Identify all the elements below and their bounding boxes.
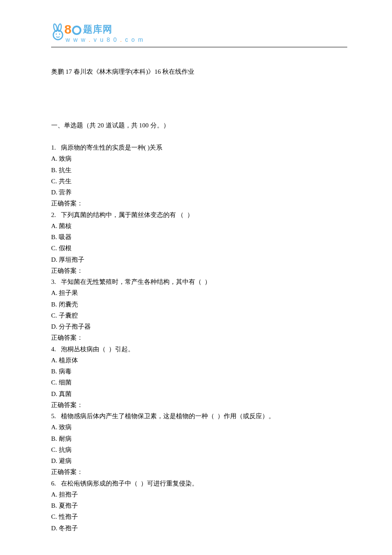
question-option: A. 致病 — [51, 422, 347, 433]
question-option: A. 植原体 — [51, 355, 347, 366]
question-option: C. 共生 — [51, 176, 347, 187]
question-option: A. 担子果 — [51, 287, 347, 298]
logo-letter-o-icon — [72, 26, 81, 35]
document-body: 奥鹏 17 春川农《林木病理学(本科)》16 秋在线作业 一、单选题（共 20 … — [51, 66, 347, 534]
logo-url: w w w . v u 8 0 . c o m — [66, 35, 144, 45]
question-option: D. 分子孢子器 — [51, 321, 347, 332]
question-option: C. 子囊腔 — [51, 310, 347, 321]
answer-label: 正确答案： — [51, 399, 347, 410]
question-block: 6. 在松疱锈病形成的孢子中（ ）可进行重复侵染。A. 担孢子B. 夏孢子C. … — [51, 478, 347, 534]
question-option: A. 致病 — [51, 153, 347, 164]
logo-digit-8: 8 — [64, 23, 72, 36]
question-option: B. 病毒 — [51, 366, 347, 377]
question-option: D. 真菌 — [51, 388, 347, 399]
question-option: C. 细菌 — [51, 377, 347, 388]
question-block: 1. 病原物的寄生性的实质是一种( )关系A. 致病B. 抗生C. 共生D. 营… — [51, 142, 347, 209]
question-stem: 2. 下列真菌的结构中，属于菌丝体变态的有 （ ） — [51, 209, 347, 220]
question-stem: 1. 病原物的寄生性的实质是一种( )关系 — [51, 142, 347, 153]
question-option: D. 厚垣孢子 — [51, 254, 347, 265]
question-option: D. 避病 — [51, 455, 347, 466]
answer-label: 正确答案： — [51, 265, 347, 276]
question-option: B. 抗生 — [51, 165, 347, 176]
question-option: B. 耐病 — [51, 433, 347, 444]
section-header: 一、单选题（共 20 道试题，共 100 分。） — [51, 120, 347, 131]
question-option: A. 担孢子 — [51, 489, 347, 500]
question-stem: 3. 半知菌在无性繁殖时，常产生各种结构，其中有（ ） — [51, 276, 347, 287]
logo-url-mid: v u 8 0 — [94, 36, 118, 43]
svg-point-4 — [59, 34, 61, 35]
svg-point-2 — [53, 30, 63, 40]
question-block: 3. 半知菌在无性繁殖时，常产生各种结构，其中有（ ）A. 担子果B. 闭囊壳C… — [51, 276, 347, 344]
logo-url-prefix: w w w — [66, 36, 89, 43]
question-option: B. 吸器 — [51, 231, 347, 243]
answer-label: 正确答案： — [51, 466, 347, 477]
question-block: 2. 下列真菌的结构中，属于菌丝体变态的有 （ ）A. 菌核B. 吸器C. 假根… — [51, 209, 347, 277]
answer-label: 正确答案： — [51, 198, 347, 209]
question-option: C. 抗病 — [51, 444, 347, 455]
question-option: C. 性孢子 — [51, 511, 347, 522]
svg-point-3 — [56, 34, 57, 35]
question-option: A. 菌核 — [51, 220, 347, 231]
question-stem: 5. 植物感病后体内产生了植物保卫素，这是植物的一种（ ）作用（或反应）。 — [51, 410, 347, 422]
logo-url-suffix: c o m — [125, 36, 144, 43]
question-stem: 6. 在松疱锈病形成的孢子中（ ）可进行重复侵染。 — [51, 478, 347, 489]
question-block: 4. 泡桐丛枝病由（ ）引起。A. 植原体B. 病毒C. 细菌D. 真菌正确答案… — [51, 344, 347, 411]
question-stem: 4. 泡桐丛枝病由（ ）引起。 — [51, 344, 347, 355]
question-option: D. 营养 — [51, 187, 347, 198]
question-option: D. 冬孢子 — [51, 523, 347, 534]
question-option: B. 夏孢子 — [51, 500, 347, 511]
site-logo: 8 题库网 w w w . v u 8 0 . c o m — [51, 23, 347, 45]
question-block: 5. 植物感病后体内产生了植物保卫素，这是植物的一种（ ）作用（或反应）。A. … — [51, 410, 347, 478]
answer-label: 正确答案： — [51, 332, 347, 343]
divider — [51, 47, 347, 47]
question-option: C. 假根 — [51, 243, 347, 254]
question-option: B. 闭囊壳 — [51, 299, 347, 310]
doc-title: 奥鹏 17 春川农《林木病理学(本科)》16 秋在线作业 — [51, 66, 347, 77]
